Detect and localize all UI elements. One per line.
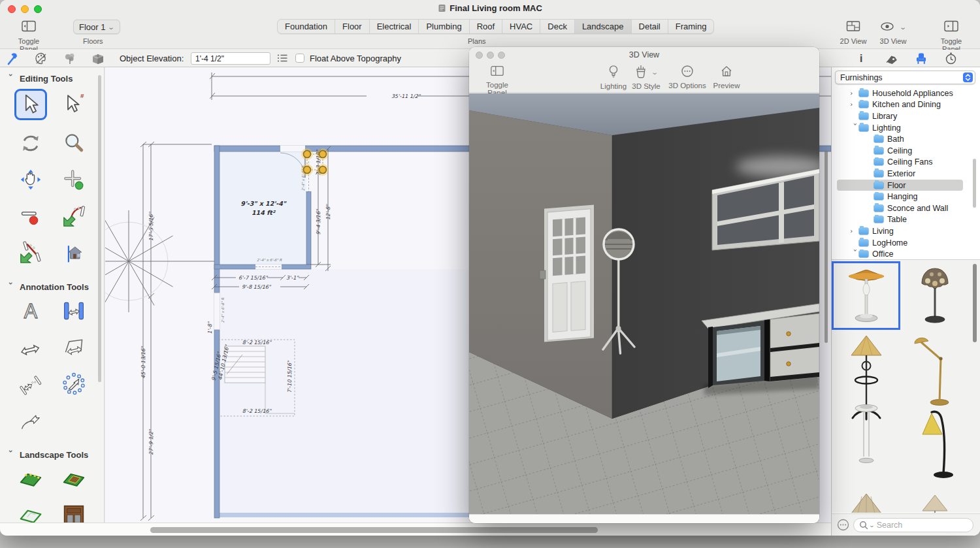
tab-detail[interactable]: Detail xyxy=(631,20,668,33)
tab-roof[interactable]: Roof xyxy=(469,20,502,33)
build-tools-hammer-icon[interactable] xyxy=(5,52,20,65)
close-window-button[interactable] xyxy=(476,52,483,59)
terrain-region-tool[interactable] xyxy=(15,502,46,523)
dim-opening: 1'-8" xyxy=(207,321,213,334)
item-pleated-shade-floor-lamp[interactable] xyxy=(832,489,900,513)
planter-tool[interactable] xyxy=(58,502,90,523)
fillet-tool[interactable] xyxy=(58,202,90,230)
chevron-down-icon[interactable]: › xyxy=(852,123,858,133)
pan-tool[interactable] xyxy=(15,166,46,193)
section-landscape-tools[interactable]: ›Landscape Tools xyxy=(7,450,104,460)
zoom-window-button[interactable] xyxy=(498,52,505,59)
3d-toggle-panel-button[interactable]: Toggle Panel xyxy=(477,65,517,97)
grid-scrollbar[interactable] xyxy=(973,264,977,342)
line-to-arc-tool[interactable] xyxy=(15,239,46,266)
tree-item-living[interactable]: ›Living xyxy=(837,225,963,237)
tab-foundation[interactable]: Foundation xyxy=(278,20,335,33)
folder-icon xyxy=(874,136,883,142)
preview-button[interactable]: Preview xyxy=(710,65,743,89)
toggle-panel-right-button[interactable]: Toggle Panel xyxy=(932,20,970,53)
tab-floor[interactable]: Floor xyxy=(335,20,369,33)
item-empire-shade-floor-lamp[interactable] xyxy=(900,489,969,513)
terrain-perimeter-tool[interactable] xyxy=(15,465,46,492)
elevation-presets-list-icon[interactable] xyxy=(277,54,288,63)
tree-item-library[interactable]: Library xyxy=(837,110,963,122)
3d-viewport[interactable] xyxy=(469,93,819,514)
tab-plumbing[interactable]: Plumbing xyxy=(418,20,468,33)
item-tiffany-floor-lamp[interactable] xyxy=(900,261,969,330)
text-tool[interactable]: A xyxy=(15,297,46,325)
elevation-reference-tool[interactable] xyxy=(58,239,90,266)
lighting-button[interactable]: Lighting xyxy=(598,65,629,90)
rotate-tool[interactable] xyxy=(15,129,46,157)
select-tool[interactable] xyxy=(14,89,47,120)
chevron-down-icon: ⌄ xyxy=(108,24,116,31)
tree-item-kitchen-and-dining[interactable]: ›Kitchen and Dining xyxy=(837,99,963,111)
dim-stair-bottom: 8'-2 15/16" xyxy=(242,408,272,414)
section-editing-tools[interactable]: ›Editing Tools xyxy=(7,74,104,84)
tree-scrollbar[interactable] xyxy=(973,159,976,208)
sidebar-scrollbar[interactable] xyxy=(98,75,101,382)
tree-item-floor[interactable]: Floor xyxy=(837,180,963,191)
tab-framing[interactable]: Framing xyxy=(668,20,714,33)
3d-style-button[interactable]: ⌄ 3D Style xyxy=(630,65,662,90)
3d-window-bottom-bar[interactable] xyxy=(469,514,819,523)
tree-item-hanging[interactable]: Hanging xyxy=(837,191,963,202)
item-torchiere-floor-lamp[interactable] xyxy=(832,261,900,330)
angular-dimension-tool[interactable] xyxy=(58,334,90,361)
leader-line-tool[interactable] xyxy=(15,407,46,434)
search-field[interactable]: ⌄ xyxy=(853,518,973,532)
view-2d-button[interactable]: 2D View xyxy=(838,20,868,45)
tree-item-exterior[interactable]: Exterior xyxy=(837,168,963,180)
tree-item-bath[interactable]: Bath xyxy=(837,133,963,145)
view-3d-button[interactable]: ⌄ 3D View xyxy=(878,20,908,45)
tab-landscape[interactable]: Landscape xyxy=(574,20,631,33)
tab-hvac[interactable]: HVAC xyxy=(502,20,540,33)
tree-item-lighting[interactable]: ›Lighting xyxy=(837,122,963,134)
canvas-vertical-scrollbar[interactable] xyxy=(825,150,828,343)
3d-options-button[interactable]: 3D Options xyxy=(666,65,708,89)
tree-item-ceiling[interactable]: Ceiling xyxy=(837,145,963,157)
search-input[interactable] xyxy=(877,521,955,530)
terrain-hole-tool[interactable] xyxy=(58,465,90,492)
info-icon[interactable]: i xyxy=(857,52,866,65)
category-select[interactable]: Furnishings xyxy=(835,71,975,84)
zoom-tool[interactable] xyxy=(58,129,90,157)
tree-item-office[interactable]: ›Office xyxy=(837,248,963,259)
section-annotation-tools[interactable]: ›Annotation Tools xyxy=(7,282,104,292)
toggle-panel-left-button[interactable]: Toggle Panel xyxy=(10,20,47,53)
interior-dimension-tool[interactable] xyxy=(58,297,90,325)
end-to-end-dimension-tool[interactable] xyxy=(15,370,46,398)
group-select-tool[interactable]: # xyxy=(58,89,90,116)
tree-item-loghome[interactable]: LogHome xyxy=(837,237,963,249)
tree-item-sconce-and-wall[interactable]: Sconce and Wall xyxy=(837,202,963,214)
furniture-chair-icon[interactable] xyxy=(915,52,928,65)
node-edit-tool[interactable] xyxy=(58,370,90,398)
landscape-tree-icon[interactable] xyxy=(63,52,77,65)
add-tool[interactable] xyxy=(58,166,90,193)
object-elevation-input[interactable] xyxy=(191,52,270,65)
chevron-down-icon[interactable]: › xyxy=(852,249,858,259)
manual-dimension-tool[interactable] xyxy=(15,334,46,361)
floors-dropdown[interactable]: Floor 1⌄ xyxy=(73,20,120,34)
folder-icon xyxy=(874,170,883,177)
item-arc-hook-floor-lamp[interactable] xyxy=(900,398,969,487)
3d-view-window[interactable]: 3D View Toggle Panel Lighting ⌄ 3D Style… xyxy=(469,47,819,523)
minimize-window-button[interactable] xyxy=(487,52,494,59)
chevron-down-icon: ⌄ xyxy=(900,24,907,31)
library-book-icon[interactable] xyxy=(90,52,106,65)
clock-icon[interactable] xyxy=(945,52,957,65)
canvas-horizontal-scrollbar[interactable] xyxy=(150,527,598,533)
3d-window-titlebar[interactable]: 3D View xyxy=(469,47,819,63)
tree-item-ceiling-fans[interactable]: Ceiling Fans xyxy=(837,157,963,169)
tree-item-table[interactable]: Table xyxy=(837,214,963,226)
tree-item-household-appliances[interactable]: ›Household Appliances xyxy=(837,88,963,99)
design-palette-icon[interactable] xyxy=(34,52,48,65)
float-above-topography-checkbox[interactable] xyxy=(295,54,304,63)
pen-tag-icon[interactable] xyxy=(885,53,898,64)
item-glass-torchiere-floor-lamp[interactable] xyxy=(832,398,900,487)
tab-deck[interactable]: Deck xyxy=(540,20,574,33)
more-options-icon[interactable] xyxy=(837,519,849,531)
tab-electrical[interactable]: Electrical xyxy=(369,20,419,33)
break-tool[interactable] xyxy=(15,202,46,230)
